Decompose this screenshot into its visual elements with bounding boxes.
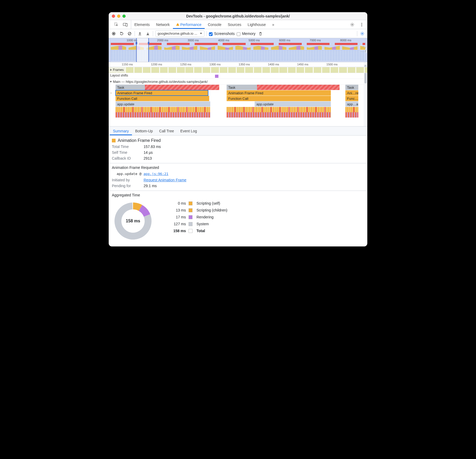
svg-line-10 [129, 33, 131, 35]
main-thread-header[interactable]: Main — https://googlechrome.github.io/de… [109, 79, 367, 84]
devtools-window: DevTools - googlechrome.github.io/devtoo… [109, 12, 367, 246]
legend-swatch [189, 229, 193, 233]
frames-label: Frames [113, 68, 124, 72]
function-call-bar[interactable]: Function Call [116, 96, 209, 101]
device-toolbar-icon[interactable] [122, 22, 128, 28]
tab-sources[interactable]: Sources [225, 20, 244, 29]
flame-tick: 1150 ms [122, 63, 133, 66]
app-update-bar[interactable]: app.update [255, 101, 331, 107]
overview-tick: 3000 ms [187, 39, 199, 42]
tabs-overflow[interactable]: » [269, 20, 277, 29]
flame-tick: 1300 ms [209, 63, 221, 66]
dtab-event-log[interactable]: Event Log [177, 127, 200, 135]
aggregated-header: Aggregated Time [112, 193, 364, 197]
legend-value: 0 ms [165, 201, 186, 205]
clear-button[interactable] [127, 31, 132, 37]
perf-settings-icon[interactable] [359, 31, 365, 37]
self-time-label: Self Time [112, 150, 144, 155]
reload-record-button[interactable] [119, 31, 125, 37]
flame-tick: 1250 ms [180, 63, 191, 66]
task-bar[interactable]: Task [227, 85, 340, 90]
overview-tick: 1000 ms [127, 39, 138, 42]
main-thread-tracks[interactable]: → TaskAnimation Frame FiredFunction Call… [116, 84, 366, 124]
window-traffic-lights [109, 15, 126, 18]
layout-shifts-track[interactable]: Layout shifts [109, 73, 367, 79]
animation-frame-fired-bar[interactable]: Animation Frame Fired [227, 90, 331, 96]
self-time-value: 14 µs [144, 150, 364, 155]
window-titlebar: DevTools - googlechrome.github.io/devtoo… [109, 12, 367, 20]
history-dropdown[interactable]: googlechrome.github.io ... [155, 30, 204, 37]
legend-swatch [189, 215, 193, 219]
tab-performance[interactable]: Performance [173, 20, 205, 29]
task-bar[interactable]: Task [116, 85, 219, 90]
screenshots-checkbox[interactable]: Screenshots [209, 32, 235, 36]
function-call-bar[interactable]: Function Call [227, 96, 331, 101]
record-button[interactable] [111, 31, 117, 37]
legend-row: 127 ms System [165, 220, 364, 227]
inspect-element-icon[interactable] [113, 22, 119, 28]
window-zoom-button[interactable] [122, 15, 126, 18]
svg-point-5 [361, 24, 362, 25]
pending-for-value: 29.1 ms [144, 184, 364, 188]
long-task-stripe [145, 85, 219, 90]
task-bar[interactable]: Task [345, 85, 358, 90]
micro-tasks-strip [227, 107, 331, 118]
main-thread-label: Main — https://googlechrome.github.io/de… [113, 80, 208, 84]
request-header: Animation Frame Requested [112, 165, 364, 170]
chevron-down-icon [200, 33, 202, 34]
overview-minimap[interactable]: 1000 ms2000 ms3000 ms4000 ms5000 ms6000 … [109, 38, 367, 62]
app-update-bar[interactable]: app.update [116, 101, 210, 107]
tab-console[interactable]: Console [205, 20, 225, 29]
overview-network-chart [111, 50, 365, 61]
flame-chart[interactable]: 1150 ms1200 ms1250 ms1300 ms1350 ms1400 … [109, 62, 367, 127]
kebab-menu-icon[interactable] [359, 22, 365, 28]
flame-tick: 1450 ms [297, 63, 308, 66]
overview-tick: 7000 ms [310, 39, 321, 42]
request-source-link[interactable]: app.js:96:21 [144, 172, 168, 176]
dtab-summary[interactable]: Summary [110, 127, 132, 135]
micro-tasks-strip [345, 107, 358, 118]
garbage-collect-icon[interactable] [258, 31, 263, 37]
memory-checkbox[interactable]: Memory [237, 32, 255, 36]
window-close-button[interactable] [112, 15, 115, 18]
legend-value: 158 ms [165, 229, 186, 233]
frames-track[interactable]: Frames [109, 67, 367, 73]
svg-point-6 [361, 25, 362, 26]
legend-swatch [189, 201, 193, 205]
legend-row: 17 ms Rendering [165, 214, 364, 220]
svg-point-8 [113, 33, 115, 34]
flame-tick: 1400 ms [268, 63, 279, 66]
legend-swatch [189, 208, 193, 212]
legend-name: System [196, 222, 364, 226]
layout-shifts-label: Layout shifts [109, 74, 129, 77]
download-profile-icon[interactable] [145, 31, 151, 37]
overview-long-tasks-strip [111, 43, 365, 45]
tab-performance-label: Performance [180, 22, 202, 27]
window-minimize-button[interactable] [117, 15, 120, 18]
initiated-by-link[interactable]: Request Animation Frame [144, 178, 186, 182]
legend-name: Scripting (self) [196, 201, 364, 205]
event-name: Animation Frame Fired [118, 138, 161, 143]
legend-total-row: 158 ms Total [165, 227, 364, 234]
animation-frame-fired-bar[interactable]: Ani…red [345, 90, 358, 96]
animation-frame-fired-bar[interactable]: Animation Frame Fired [116, 90, 208, 96]
devtools-tabstrip: Elements Network Performance Console Sou… [109, 20, 367, 29]
legend-name: Total [196, 229, 364, 233]
callback-id-value: 2913 [144, 156, 364, 160]
overview-tick: 4000 ms [218, 39, 229, 42]
dtab-call-tree[interactable]: Call Tree [156, 127, 177, 135]
dtab-bottom-up[interactable]: Bottom-Up [132, 127, 156, 135]
tab-lighthouse[interactable]: Lighthouse [245, 20, 269, 29]
callback-id-label: Callback ID [112, 156, 144, 160]
tab-network[interactable]: Network [153, 20, 173, 29]
tab-elements[interactable]: Elements [131, 20, 153, 29]
app-update-bar[interactable]: app…ate [345, 101, 358, 107]
event-color-swatch [112, 139, 116, 142]
upload-profile-icon[interactable] [137, 31, 143, 37]
overview-tick: 5000 ms [249, 39, 260, 42]
settings-icon[interactable] [349, 22, 355, 28]
function-call-bar[interactable]: Func…all [345, 96, 358, 101]
details-tabstrip: Summary Bottom-Up Call Tree Event Log [109, 127, 367, 136]
layout-shift-event[interactable] [215, 75, 218, 78]
warning-icon [176, 23, 179, 26]
